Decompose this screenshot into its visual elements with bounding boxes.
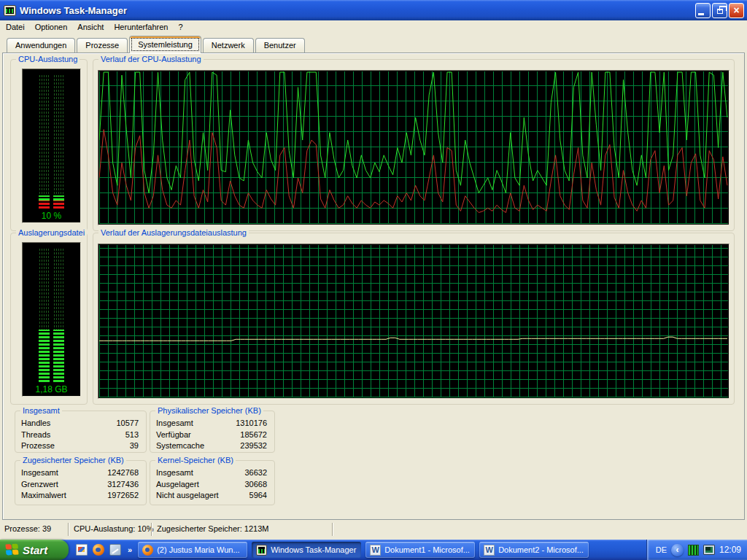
- start-button[interactable]: Start: [0, 540, 69, 560]
- commit-charge-groupbox: Zugesicherter Speicher (KB) Insgesamt124…: [15, 460, 147, 505]
- stat-row: Prozesse39: [15, 440, 146, 452]
- taskbar-clock: 12:09: [719, 545, 741, 555]
- tray-collapse-chevron-icon[interactable]: ‹: [671, 544, 684, 556]
- physical-memory-groupbox: Physikalischer Speicher (KB) Insgesamt13…: [150, 411, 275, 453]
- firefox-icon[interactable]: [93, 544, 104, 556]
- stat-row: Handles10577: [15, 418, 146, 429]
- cpu-history-chart: [99, 71, 728, 224]
- stat-row: Insgesamt1310176: [150, 418, 274, 429]
- cpu-gauge-title: CPU-Auslastung: [16, 55, 80, 63]
- totals-title: Insgesamt: [20, 406, 62, 415]
- stat-row: Threads513: [15, 429, 146, 441]
- restore-icon: [717, 9, 723, 14]
- pagefile-gauge-screen: 1,18 GB: [22, 242, 81, 397]
- cpu-led-column: [53, 74, 64, 209]
- pagefile-gauge-groupbox: Auslagerungsdatei 1,18 GB: [10, 233, 88, 405]
- pagefile-gauge-value: 1,18 GB: [23, 384, 80, 396]
- task-manager-icon: [256, 545, 267, 556]
- cpu-history-grid: [99, 71, 728, 224]
- windows-logo-icon: [5, 543, 19, 556]
- titlebar[interactable]: Windows Task-Manager ×: [0, 0, 747, 20]
- task-manager-window: Windows Task-Manager × Datei Optionen An…: [0, 0, 747, 540]
- status-commit-charge: Zugesicherter Speicher: 1213M: [152, 522, 332, 537]
- close-icon: ×: [733, 5, 739, 15]
- stat-row: Insgesamt1242768: [15, 467, 146, 479]
- pagefile-history-grid: [99, 245, 728, 397]
- kernel-memory-title: Kernel-Speicher (KB): [155, 456, 236, 464]
- cpu-history-screen: [98, 70, 729, 225]
- taskbar-item-firefox[interactable]: (2) Justus Maria Wun...: [138, 542, 247, 558]
- word-icon: [484, 545, 495, 556]
- stat-row: Verfügbar185672: [150, 429, 274, 441]
- minimize-button[interactable]: [695, 3, 711, 18]
- tab-netzwerk[interactable]: Netzwerk: [203, 38, 254, 52]
- cpu-gauge-screen: 10 %: [22, 69, 81, 223]
- taskbar-buttons: (2) Justus Maria Wun... Windows Task-Man…: [138, 542, 646, 558]
- start-label: Start: [23, 544, 47, 556]
- stat-row: Grenzwert3127436: [15, 479, 146, 491]
- menu-ansicht[interactable]: Ansicht: [72, 21, 109, 33]
- taskbar-item-task-manager[interactable]: Windows Task-Manager: [252, 542, 361, 558]
- tab-prozesse[interactable]: Prozesse: [77, 38, 128, 52]
- menu-datei[interactable]: Datei: [1, 21, 30, 33]
- cpu-led-column: [39, 74, 50, 209]
- language-indicator[interactable]: DE: [656, 545, 667, 554]
- minimize-icon: [698, 13, 704, 15]
- taskbar: Start » (2) Justus Maria Wun... Windows …: [0, 540, 747, 560]
- tab-benutzer[interactable]: Benutzer: [255, 38, 305, 52]
- menu-optionen[interactable]: Optionen: [30, 21, 73, 33]
- performance-tab-panel: CPU-Auslastung 10 % Verlauf der CPU-Ausl…: [2, 52, 745, 520]
- cpu-gauge-groupbox: CPU-Auslastung 10 %: [10, 59, 88, 231]
- menubar: Datei Optionen Ansicht Herunterfahren ?: [0, 20, 747, 34]
- menu-help[interactable]: ?: [173, 21, 187, 33]
- firefox-icon: [142, 545, 153, 556]
- tabstrip: Anwendungen Prozesse Systemleistung Netz…: [0, 34, 747, 52]
- stat-row: Nicht ausgelagert5964: [150, 490, 274, 502]
- pagefile-history-groupbox: Verlauf der Auslagerungsdateiauslastung: [93, 233, 735, 405]
- quick-launch-overflow-chevron-icon[interactable]: »: [126, 545, 132, 554]
- pagefile-gauge-title: Auslagerungsdatei: [16, 228, 87, 237]
- stat-row: Systemcache239532: [150, 440, 274, 452]
- stat-row: Ausgelagert30668: [150, 479, 274, 491]
- stat-row: Insgesamt36632: [150, 467, 274, 479]
- stat-row: Maximalwert1972652: [15, 490, 146, 502]
- taskbar-item-dokument2[interactable]: Dokument2 - Microsof...: [479, 542, 589, 558]
- taskbar-item-dokument1[interactable]: Dokument1 - Microsof...: [365, 542, 475, 558]
- status-processes: Prozesse: 39: [0, 522, 68, 537]
- status-cpu-usage: CPU-Auslastung: 10%: [69, 522, 151, 537]
- cpu-history-groupbox: Verlauf der CPU-Auslastung: [93, 59, 735, 231]
- restore-button[interactable]: [712, 3, 727, 18]
- tab-anwendungen[interactable]: Anwendungen: [7, 38, 75, 52]
- task-manager-tray-icon[interactable]: [688, 545, 699, 556]
- pagefile-history-chart: [99, 245, 728, 397]
- pagefile-history-screen: [98, 244, 729, 399]
- show-desktop-icon[interactable]: [109, 544, 121, 556]
- window-title: Windows Task-Manager: [20, 5, 694, 16]
- cpu-gauge-value: 10 %: [23, 211, 80, 222]
- tab-systemleistung[interactable]: Systemleistung: [129, 36, 201, 53]
- monitor-tray-icon[interactable]: [703, 545, 715, 555]
- close-button[interactable]: ×: [729, 3, 744, 18]
- pagefile-led-column: [53, 248, 64, 382]
- totals-groupbox: Insgesamt Handles10577 Threads513 Prozes…: [15, 411, 147, 453]
- pagefile-led-column: [39, 248, 50, 382]
- system-tray: DE ‹ 12:09: [646, 540, 747, 560]
- commit-charge-title: Zugesicherter Speicher (KB): [20, 456, 126, 464]
- kernel-memory-groupbox: Kernel-Speicher (KB) Insgesamt36632 Ausg…: [150, 460, 275, 505]
- cpu-history-title: Verlauf der CPU-Auslastung: [98, 55, 204, 63]
- pagefile-history-title: Verlauf der Auslagerungsdateiauslastung: [98, 228, 249, 237]
- document-icon[interactable]: [76, 544, 88, 556]
- physical-memory-title: Physikalischer Speicher (KB): [155, 406, 263, 415]
- menu-herunterfahren[interactable]: Herunterfahren: [109, 21, 173, 33]
- quick-launch-bar: »: [69, 544, 138, 556]
- task-manager-icon: [4, 5, 16, 16]
- word-icon: [370, 545, 381, 556]
- statusbar: Prozesse: 39 CPU-Auslastung: 10% Zugesic…: [0, 520, 747, 540]
